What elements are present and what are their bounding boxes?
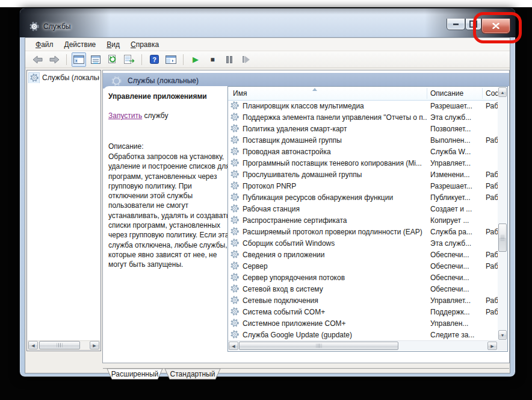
service-gear-icon bbox=[230, 136, 239, 146]
service-gear-icon bbox=[230, 239, 239, 249]
service-description-cell: Обеспечи... bbox=[430, 262, 484, 270]
service-name-cell: Поддержка элемента панели управления "От… bbox=[243, 113, 427, 122]
stop-service-button[interactable]: ■ bbox=[205, 52, 220, 67]
service-row[interactable]: Программный поставщик теневого копирован… bbox=[228, 157, 498, 169]
refresh-icon bbox=[108, 55, 117, 64]
scroll-right-button[interactable]: ▶ bbox=[90, 341, 99, 349]
tree-item-services-local[interactable]: Службы (локальные) bbox=[28, 72, 99, 83]
service-row[interactable]: Система событий COM+ Поддержк... Работае… bbox=[228, 306, 498, 317]
service-row[interactable]: Поставщик домашней группы Выполнен... Ра… bbox=[228, 134, 498, 146]
window-titlebar[interactable]: Службы bbox=[20, 8, 515, 37]
show-action-pane-button[interactable] bbox=[164, 52, 178, 67]
service-row[interactable]: Сервер упорядочения потоков Обеспечи... bbox=[228, 272, 498, 283]
show-console-tree-button[interactable] bbox=[72, 52, 86, 67]
close-button-annotation-ring bbox=[473, 12, 522, 43]
service-description-cell: Служба W... bbox=[430, 148, 484, 156]
service-gear-icon bbox=[230, 330, 239, 340]
column-header-name[interactable]: Имя bbox=[233, 89, 413, 98]
services-gear-icon bbox=[30, 73, 39, 82]
start-service-button[interactable]: ▶ bbox=[188, 52, 203, 67]
service-gear-icon bbox=[230, 273, 239, 283]
service-gear-icon bbox=[230, 170, 239, 180]
service-description-cell: Обеспечи... bbox=[430, 273, 484, 282]
service-description-cell: Создает и ... bbox=[430, 205, 484, 213]
service-row[interactable]: Сервер Обеспечи... Работает bbox=[228, 260, 498, 272]
minimize-button[interactable] bbox=[447, 19, 465, 30]
window-client-area: Файл Действие Вид Справка bbox=[25, 37, 510, 373]
service-status-cell: Работает bbox=[486, 228, 498, 236]
service-status-cell: Работает bbox=[486, 136, 498, 145]
list-horizontal-scrollbar[interactable]: ◀ ▶ bbox=[228, 340, 498, 351]
export-list-button[interactable] bbox=[122, 52, 137, 67]
service-name-cell: Сведения о приложении bbox=[243, 251, 427, 259]
service-row[interactable]: Сетевой вход в систему Обеспечи... bbox=[228, 283, 498, 295]
service-row[interactable]: Планировщик классов мультимедиа Разрешае… bbox=[228, 100, 498, 111]
play-icon: ▶ bbox=[193, 55, 199, 63]
window-title: Службы bbox=[43, 22, 70, 31]
refresh-button[interactable] bbox=[105, 52, 120, 67]
service-status-cell: Работает bbox=[486, 251, 498, 259]
tree-item-selection-box bbox=[28, 72, 40, 83]
service-row[interactable]: Проводная автонастройка Служба W... bbox=[228, 146, 498, 157]
list-hscroll-thumb[interactable] bbox=[239, 342, 398, 350]
service-row[interactable]: Сведения о приложении Обеспечи... Работа… bbox=[228, 249, 498, 260]
service-row[interactable]: Распространение сертификата Копирует ... bbox=[228, 214, 498, 226]
service-rows: Планировщик классов мультимедиа Разрешае… bbox=[228, 100, 498, 340]
forward-arrow-icon bbox=[49, 55, 60, 64]
stop-icon: ■ bbox=[210, 56, 214, 63]
service-row[interactable]: Политика удаления смарт-карт Позволяет..… bbox=[228, 123, 498, 134]
service-row[interactable]: Поддержка элемента панели управления "От… bbox=[228, 111, 498, 123]
back-button[interactable] bbox=[30, 52, 45, 67]
restart-service-button[interactable] bbox=[239, 52, 253, 67]
taskpad-panel: Службы (локальные) Управление приложения… bbox=[102, 70, 510, 363]
help-button[interactable]: ? bbox=[147, 52, 161, 67]
start-service-link[interactable]: Запустить bbox=[108, 111, 142, 120]
service-row[interactable]: Сборщик событий Windows Эта служб... bbox=[228, 237, 498, 249]
properties-button[interactable] bbox=[88, 52, 103, 67]
column-header-description[interactable]: Описание bbox=[430, 89, 481, 98]
scroll-up-button[interactable]: ▲ bbox=[498, 87, 507, 97]
service-gear-icon bbox=[230, 101, 239, 111]
service-description-cell: Разрешает... bbox=[430, 182, 484, 190]
forward-button[interactable] bbox=[47, 52, 61, 67]
service-status-cell: Работает bbox=[486, 296, 498, 305]
menu-item[interactable]: Справка bbox=[125, 39, 164, 50]
tab-standard[interactable]: Стандартный bbox=[164, 369, 221, 380]
list-vertical-scrollbar[interactable]: ▲ ▼ bbox=[498, 87, 507, 340]
column-header-status[interactable]: Состояние bbox=[486, 89, 498, 98]
service-row[interactable]: Рабочая станция Создает и ... bbox=[228, 203, 498, 214]
menu-item[interactable]: Действие bbox=[59, 39, 102, 50]
action-pane-icon bbox=[165, 55, 176, 64]
service-row[interactable]: Расширяемый протокол проверки подлинност… bbox=[228, 226, 498, 237]
menu-item[interactable]: Вид bbox=[101, 39, 125, 50]
scroll-down-button[interactable]: ▼ bbox=[498, 330, 507, 340]
service-row[interactable]: Публикация ресурсов обнаружения функции … bbox=[228, 192, 498, 203]
service-name-cell: Проводная автонастройка bbox=[243, 148, 427, 156]
list-vscroll-thumb[interactable] bbox=[498, 223, 507, 252]
scroll-right-button[interactable]: ▶ bbox=[487, 342, 497, 350]
service-description-cell: Управляет... bbox=[430, 296, 484, 305]
tree-horizontal-scrollbar[interactable]: ◀ ▶ bbox=[28, 340, 100, 350]
tab-extended[interactable]: Расширенный bbox=[107, 369, 163, 380]
tree-hscroll-thumb[interactable] bbox=[39, 341, 80, 349]
service-row[interactable]: Сетевые подключения Управляет... Работае… bbox=[228, 295, 498, 306]
service-row[interactable]: Протокол PNRP Разрешает... Работает bbox=[228, 180, 498, 192]
service-description-cell: Публикует... bbox=[430, 193, 484, 202]
service-row[interactable]: Служба Google Update (gupdate) Следите з… bbox=[228, 329, 498, 340]
scroll-left-button[interactable]: ◀ bbox=[28, 341, 38, 349]
service-name-cell: Система событий COM+ bbox=[243, 308, 427, 316]
service-gear-icon bbox=[230, 124, 239, 134]
scroll-left-button[interactable]: ◀ bbox=[229, 342, 238, 350]
restart-icon bbox=[243, 56, 250, 63]
pause-service-button[interactable] bbox=[222, 52, 237, 67]
service-action-line: Запустить службу bbox=[108, 111, 168, 120]
service-row[interactable]: Системное приложение COM+ Управлен... bbox=[228, 317, 498, 329]
service-name-cell: Сборщик событий Windows bbox=[243, 239, 427, 248]
service-name-cell: Планировщик классов мультимедиа bbox=[243, 102, 427, 110]
tab-standard-label: Стандартный bbox=[164, 370, 221, 378]
page-background-strip bbox=[0, 0, 532, 7]
service-name-cell: Сетевые подключения bbox=[243, 296, 427, 305]
service-row[interactable]: Прослушиватель домашней группы Изменени.… bbox=[228, 169, 498, 180]
service-gear-icon bbox=[230, 284, 239, 295]
menu-item[interactable]: Файл bbox=[30, 39, 59, 50]
